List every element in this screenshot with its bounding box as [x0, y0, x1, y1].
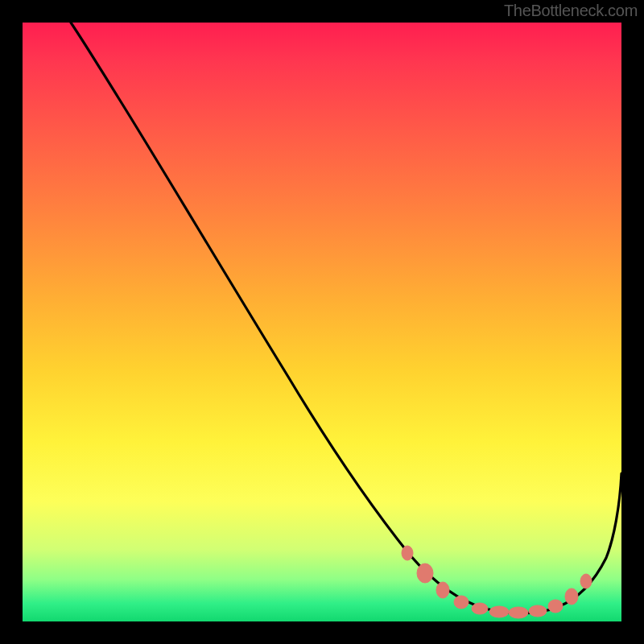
marker-dot	[417, 564, 433, 583]
attribution-label: TheBottleneck.com	[504, 2, 638, 20]
bottleneck-curve-path	[71, 23, 621, 613]
marker-dot	[454, 596, 469, 609]
bottleneck-curve-svg	[23, 23, 621, 621]
marker-dot	[509, 607, 528, 618]
marker-dot	[529, 605, 547, 617]
marker-dot	[580, 574, 592, 588]
chart-frame: TheBottleneck.com	[0, 0, 644, 644]
marker-dot	[565, 588, 578, 605]
marker-dot	[489, 606, 509, 617]
marker-dot	[436, 582, 449, 598]
marker-dot	[472, 603, 488, 614]
plot-area	[23, 23, 621, 621]
marker-dot	[548, 600, 563, 613]
marker-dot	[402, 546, 413, 560]
marker-group	[402, 546, 592, 618]
